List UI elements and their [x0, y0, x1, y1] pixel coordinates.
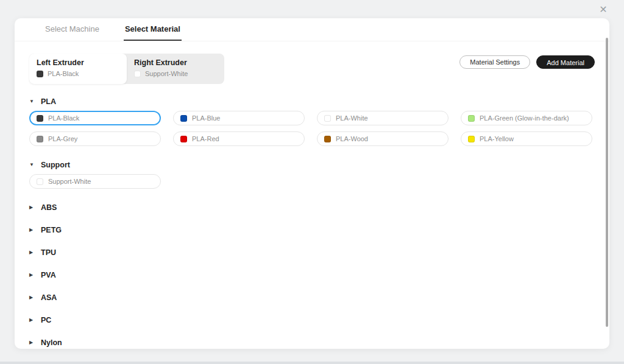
left-extruder-card[interactable]: Left Extruder PLA-Black — [29, 54, 127, 84]
section-header-pla[interactable]: ▼ PLA — [29, 97, 595, 106]
material-chip-pla-yellow[interactable]: PLA-Yellow — [461, 131, 592, 146]
section-title-support: Support — [41, 161, 70, 169]
top-row: Left Extruder PLA-Black Right Extruder S… — [29, 54, 595, 84]
section-header-tpu[interactable]: ▶ TPU — [29, 248, 595, 257]
left-extruder-material: PLA-Black — [37, 70, 119, 77]
right-extruder-material-label: Support-White — [145, 70, 188, 77]
material-chip-pla-wood[interactable]: PLA-Wood — [317, 131, 448, 146]
section-support: ▼ Support Support-White — [29, 161, 595, 189]
section-pla: ▼ PLA PLA-Black PLA-Blue PLA-White — [29, 97, 595, 146]
material-chip-pla-green[interactable]: PLA-Green (Glow-in-the-dark) — [461, 111, 592, 125]
bottom-edge — [0, 362, 624, 364]
material-chip-support-white[interactable]: Support-White — [29, 174, 161, 189]
material-swatch — [468, 136, 475, 142]
add-material-button[interactable]: Add Material — [536, 55, 595, 69]
material-chip-pla-black[interactable]: PLA-Black — [29, 111, 161, 125]
material-label: PLA-Wood — [336, 135, 368, 142]
material-swatch — [37, 136, 43, 142]
chevron-down-icon: ▼ — [29, 97, 35, 106]
section-title-pc: PC — [41, 316, 51, 324]
material-settings-button[interactable]: Material Settings — [459, 55, 530, 69]
close-icon[interactable]: ✕ — [597, 4, 609, 16]
section-petg: ▶ PETG — [29, 226, 595, 234]
section-title-pva: PVA — [41, 271, 56, 279]
material-swatch — [324, 115, 331, 122]
right-extruder-material: Support-White — [134, 70, 217, 77]
material-swatch — [180, 136, 187, 142]
chevron-right-icon: ▶ — [29, 293, 35, 302]
chevron-right-icon: ▶ — [29, 226, 35, 234]
material-swatch — [37, 178, 43, 185]
section-header-support[interactable]: ▼ Support — [29, 161, 595, 169]
right-extruder-card[interactable]: Right Extruder Support-White — [127, 54, 224, 84]
dialog-content: Left Extruder PLA-Black Right Extruder S… — [15, 41, 609, 347]
chevron-right-icon: ▶ — [29, 203, 35, 212]
material-label: PLA-Blue — [192, 114, 220, 122]
material-label: PLA-Black — [48, 114, 79, 122]
material-chip-pla-white[interactable]: PLA-White — [317, 111, 448, 125]
section-header-nylon[interactable]: ▶ Nylon — [29, 338, 595, 347]
chevron-right-icon: ▶ — [29, 316, 35, 324]
material-label: PLA-White — [336, 114, 368, 122]
section-asa: ▶ ASA — [29, 293, 595, 302]
material-label: PLA-Grey — [48, 135, 77, 142]
section-pc: ▶ PC — [29, 316, 595, 324]
left-extruder-material-label: PLA-Black — [48, 70, 79, 77]
material-swatch — [324, 136, 331, 142]
right-extruder-swatch — [134, 71, 141, 77]
vertical-scrollbar[interactable] — [606, 38, 608, 327]
section-nylon: ▶ Nylon — [29, 338, 595, 347]
material-swatch — [37, 115, 43, 122]
section-header-pc[interactable]: ▶ PC — [29, 316, 595, 324]
section-header-petg[interactable]: ▶ PETG — [29, 226, 595, 234]
material-label: PLA-Red — [192, 135, 219, 142]
left-extruder-title: Left Extruder — [37, 58, 119, 67]
material-label: PLA-Green (Glow-in-the-dark) — [480, 114, 569, 122]
section-title-nylon: Nylon — [41, 338, 62, 347]
material-swatch — [180, 115, 187, 122]
section-tpu: ▶ TPU — [29, 248, 595, 257]
chevron-right-icon: ▶ — [29, 338, 35, 347]
chevron-down-icon: ▼ — [29, 161, 35, 169]
material-swatch — [468, 115, 475, 122]
section-title-pla: PLA — [41, 97, 56, 106]
material-label: Support-White — [48, 178, 91, 185]
material-chip-pla-blue[interactable]: PLA-Blue — [173, 111, 305, 125]
chevron-right-icon: ▶ — [29, 248, 35, 257]
extruder-selector: Left Extruder PLA-Black Right Extruder S… — [29, 54, 224, 84]
tab-select-material[interactable]: Select Material — [124, 18, 182, 41]
material-label: PLA-Yellow — [480, 135, 514, 142]
section-title-petg: PETG — [41, 226, 62, 234]
right-extruder-title: Right Extruder — [134, 58, 217, 67]
section-title-tpu: TPU — [41, 248, 56, 257]
section-pva: ▶ PVA — [29, 271, 595, 279]
section-abs: ▶ ABS — [29, 203, 595, 212]
pla-material-grid: PLA-Black PLA-Blue PLA-White PLA-Green (… — [29, 111, 595, 146]
material-chip-pla-red[interactable]: PLA-Red — [173, 131, 305, 146]
collapsed-sections: ▶ ABS ▶ PETG ▶ TPU ▶ PVA — [29, 203, 595, 347]
section-header-pva[interactable]: ▶ PVA — [29, 271, 595, 279]
section-header-abs[interactable]: ▶ ABS — [29, 203, 595, 212]
tab-bar: Select Machine Select Material — [15, 18, 609, 41]
tab-select-machine[interactable]: Select Machine — [44, 18, 101, 41]
section-title-abs: ABS — [41, 203, 57, 212]
material-dialog: Select Machine Select Material Left Extr… — [15, 18, 609, 349]
section-title-asa: ASA — [41, 293, 57, 302]
material-chip-pla-grey[interactable]: PLA-Grey — [29, 131, 161, 146]
toolbar: Material Settings Add Material — [459, 55, 595, 69]
left-extruder-swatch — [37, 71, 43, 77]
chevron-right-icon: ▶ — [29, 271, 35, 279]
support-material-grid: Support-White — [29, 174, 595, 189]
section-header-asa[interactable]: ▶ ASA — [29, 293, 595, 302]
